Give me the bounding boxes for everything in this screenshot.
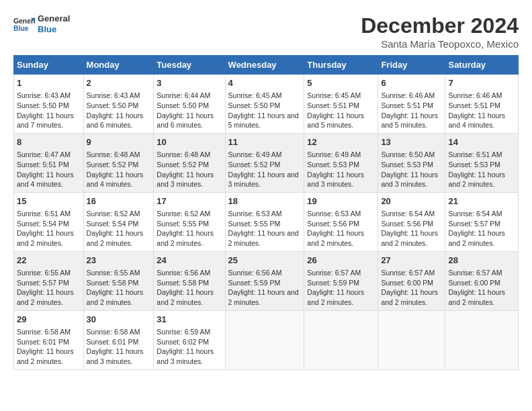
- col-thursday: Thursday: [304, 56, 378, 75]
- calendar-cell: 22 Sunrise: 6:55 AM Sunset: 5:57 PM Dayl…: [14, 251, 84, 310]
- sunset-label: Sunset: 5:59 PM: [228, 279, 281, 287]
- calendar-week-row: 15 Sunrise: 6:51 AM Sunset: 5:54 PM Dayl…: [14, 192, 519, 251]
- calendar-cell: 6 Sunrise: 6:46 AM Sunset: 5:51 PM Dayli…: [378, 75, 445, 134]
- sunrise-label: Sunrise: 6:54 AM: [448, 210, 502, 218]
- svg-text:Blue: Blue: [13, 25, 29, 32]
- sunrise-label: Sunrise: 6:45 AM: [228, 91, 282, 99]
- sunrise-label: Sunrise: 6:58 AM: [87, 328, 140, 336]
- sunset-label: Sunset: 5:54 PM: [17, 220, 69, 228]
- day-number: 2: [87, 77, 151, 89]
- calendar-cell: 29 Sunrise: 6:58 AM Sunset: 6:01 PM Dayl…: [14, 310, 84, 369]
- calendar-cell: 25 Sunrise: 6:56 AM Sunset: 5:59 PM Dayl…: [225, 251, 304, 310]
- sunrise-label: Sunrise: 6:50 AM: [381, 150, 435, 158]
- sunrise-label: Sunrise: 6:52 AM: [157, 210, 210, 218]
- daylight-label: Daylight: 11 hours and 2 minutes.: [87, 229, 144, 247]
- calendar-cell: 15 Sunrise: 6:51 AM Sunset: 5:54 PM Dayl…: [14, 192, 84, 251]
- sunset-label: Sunset: 5:52 PM: [87, 161, 139, 169]
- sunset-label: Sunset: 5:58 PM: [157, 279, 209, 287]
- sunset-label: Sunset: 5:50 PM: [228, 101, 281, 109]
- daylight-label: Daylight: 11 hours and 2 minutes.: [307, 229, 364, 247]
- calendar-cell: 11 Sunrise: 6:49 AM Sunset: 5:52 PM Dayl…: [225, 133, 304, 192]
- calendar-week-row: 29 Sunrise: 6:58 AM Sunset: 6:01 PM Dayl…: [14, 310, 519, 369]
- sunset-label: Sunset: 5:50 PM: [87, 101, 139, 109]
- col-friday: Friday: [378, 56, 445, 75]
- day-number: 21: [448, 195, 515, 208]
- calendar-cell: 24 Sunrise: 6:56 AM Sunset: 5:58 PM Dayl…: [154, 251, 225, 310]
- calendar-cell: 16 Sunrise: 6:52 AM Sunset: 5:54 PM Dayl…: [83, 192, 154, 251]
- sunrise-label: Sunrise: 6:53 AM: [307, 210, 361, 218]
- day-number: 6: [381, 77, 442, 89]
- sunset-label: Sunset: 5:52 PM: [157, 161, 209, 169]
- sunrise-label: Sunrise: 6:53 AM: [228, 210, 282, 218]
- daylight-label: Daylight: 11 hours and 4 minutes.: [87, 171, 144, 189]
- day-number: 17: [157, 195, 222, 208]
- calendar-cell: 19 Sunrise: 6:53 AM Sunset: 5:56 PM Dayl…: [304, 192, 378, 251]
- calendar-cell: [378, 310, 445, 369]
- daylight-label: Daylight: 11 hours and 2 minutes.: [448, 288, 505, 306]
- day-number: 12: [307, 136, 375, 148]
- sunrise-label: Sunrise: 6:57 AM: [381, 269, 435, 277]
- calendar-cell: 26 Sunrise: 6:57 AM Sunset: 5:59 PM Dayl…: [304, 251, 378, 310]
- col-wednesday: Wednesday: [225, 56, 304, 75]
- sunset-label: Sunset: 5:53 PM: [307, 161, 359, 169]
- sunrise-label: Sunrise: 6:56 AM: [157, 269, 210, 277]
- sunrise-label: Sunrise: 6:48 AM: [157, 150, 210, 158]
- sunset-label: Sunset: 5:52 PM: [228, 161, 281, 169]
- col-sunday: Sunday: [14, 56, 84, 75]
- sunrise-label: Sunrise: 6:51 AM: [448, 150, 502, 158]
- calendar-cell: 8 Sunrise: 6:47 AM Sunset: 5:51 PM Dayli…: [14, 133, 84, 192]
- calendar-cell: 14 Sunrise: 6:51 AM Sunset: 5:53 PM Dayl…: [445, 133, 519, 192]
- calendar-cell: 30 Sunrise: 6:58 AM Sunset: 6:01 PM Dayl…: [83, 310, 154, 369]
- day-number: 20: [381, 195, 442, 208]
- calendar-cell: [445, 310, 519, 369]
- calendar-cell: 5 Sunrise: 6:45 AM Sunset: 5:51 PM Dayli…: [304, 75, 378, 134]
- daylight-label: Daylight: 11 hours and 3 minutes.: [157, 171, 214, 189]
- calendar-cell: 17 Sunrise: 6:52 AM Sunset: 5:55 PM Dayl…: [154, 192, 225, 251]
- sunset-label: Sunset: 5:51 PM: [381, 101, 433, 109]
- day-number: 28: [448, 255, 515, 267]
- sunrise-label: Sunrise: 6:51 AM: [17, 210, 71, 218]
- logo: General Blue General Blue: [13, 13, 70, 34]
- daylight-label: Daylight: 11 hours and 7 minutes.: [17, 111, 74, 130]
- main-title: December 2024: [361, 13, 519, 38]
- header: General Blue General Blue December 2024 …: [13, 13, 519, 50]
- day-number: 19: [307, 195, 375, 208]
- calendar-cell: 21 Sunrise: 6:54 AM Sunset: 5:57 PM Dayl…: [445, 192, 519, 251]
- sunrise-label: Sunrise: 6:44 AM: [157, 91, 210, 99]
- sunset-label: Sunset: 6:01 PM: [17, 338, 69, 346]
- daylight-label: Daylight: 11 hours and 2 minutes.: [228, 288, 299, 306]
- sunset-label: Sunset: 6:00 PM: [381, 279, 433, 287]
- day-number: 11: [228, 136, 302, 148]
- calendar-cell: 10 Sunrise: 6:48 AM Sunset: 5:52 PM Dayl…: [154, 133, 225, 192]
- sunrise-label: Sunrise: 6:57 AM: [307, 269, 361, 277]
- day-number: 4: [228, 77, 302, 89]
- day-number: 9: [87, 136, 151, 148]
- sunrise-label: Sunrise: 6:56 AM: [228, 269, 282, 277]
- calendar-cell: 28 Sunrise: 6:57 AM Sunset: 6:00 PM Dayl…: [445, 251, 519, 310]
- sunrise-label: Sunrise: 6:45 AM: [307, 91, 361, 99]
- daylight-label: Daylight: 11 hours and 2 minutes.: [381, 229, 438, 247]
- sunrise-label: Sunrise: 6:47 AM: [17, 150, 71, 158]
- sunrise-label: Sunrise: 6:43 AM: [87, 91, 140, 99]
- daylight-label: Daylight: 11 hours and 3 minutes.: [307, 171, 364, 189]
- daylight-label: Daylight: 11 hours and 2 minutes.: [448, 171, 505, 189]
- daylight-label: Daylight: 11 hours and 4 minutes.: [17, 171, 74, 189]
- sunset-label: Sunset: 5:57 PM: [448, 220, 500, 228]
- day-number: 1: [17, 77, 81, 89]
- sunrise-label: Sunrise: 6:59 AM: [157, 328, 210, 336]
- day-number: 24: [157, 255, 222, 267]
- sunset-label: Sunset: 5:50 PM: [157, 101, 209, 109]
- daylight-label: Daylight: 11 hours and 2 minutes.: [381, 288, 438, 306]
- daylight-label: Daylight: 11 hours and 3 minutes.: [87, 347, 144, 365]
- calendar-cell: 13 Sunrise: 6:50 AM Sunset: 5:53 PM Dayl…: [378, 133, 445, 192]
- day-number: 15: [17, 195, 81, 208]
- sunset-label: Sunset: 6:01 PM: [87, 338, 139, 346]
- sunrise-label: Sunrise: 6:43 AM: [17, 91, 71, 99]
- calendar-cell: 20 Sunrise: 6:54 AM Sunset: 5:56 PM Dayl…: [378, 192, 445, 251]
- calendar-cell: 31 Sunrise: 6:59 AM Sunset: 6:02 PM Dayl…: [154, 310, 225, 369]
- header-row: Sunday Monday Tuesday Wednesday Thursday…: [14, 56, 519, 75]
- calendar-cell: 4 Sunrise: 6:45 AM Sunset: 5:50 PM Dayli…: [225, 75, 304, 134]
- daylight-label: Daylight: 11 hours and 2 minutes.: [87, 288, 144, 306]
- calendar-cell: [304, 310, 378, 369]
- sunrise-label: Sunrise: 6:49 AM: [307, 150, 361, 158]
